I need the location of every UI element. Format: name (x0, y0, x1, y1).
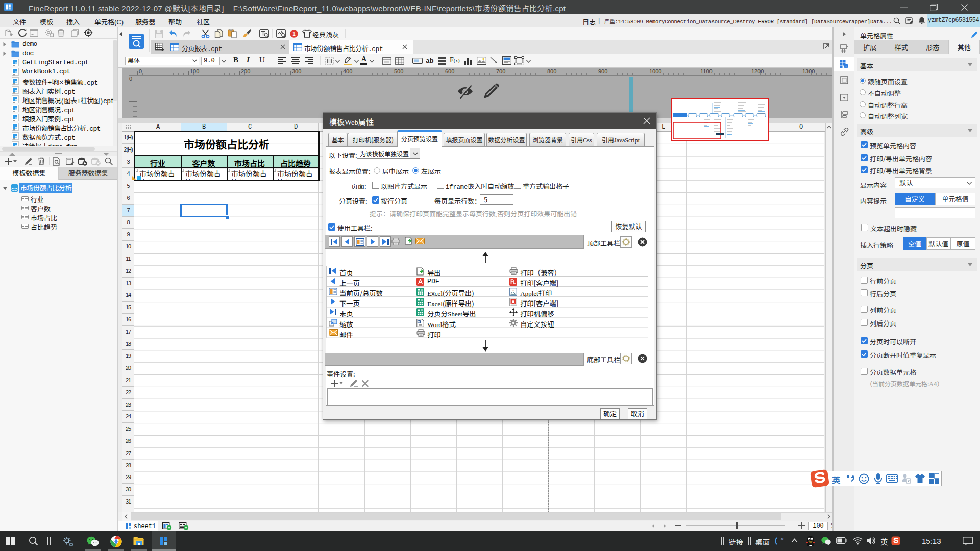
svg-text:1: 1 (292, 31, 296, 37)
